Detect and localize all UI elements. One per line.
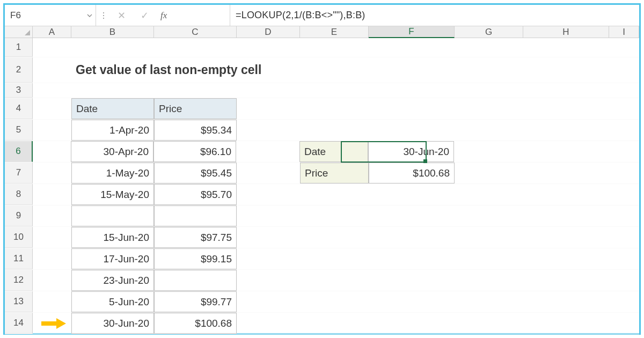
cell-A10[interactable] bbox=[33, 227, 71, 248]
col-header-I[interactable]: I bbox=[609, 26, 639, 38]
cell-G8[interactable] bbox=[455, 184, 523, 205]
cell-F9[interactable] bbox=[369, 205, 455, 226]
cell-H3[interactable] bbox=[523, 83, 609, 98]
cell-A11[interactable] bbox=[33, 248, 71, 269]
table-header-price[interactable]: Price bbox=[154, 98, 237, 119]
row-header-6[interactable]: 6 bbox=[5, 141, 33, 162]
check-icon[interactable]: ✓ bbox=[136, 10, 153, 21]
cell-D14[interactable] bbox=[237, 313, 300, 334]
cell-I7[interactable] bbox=[609, 163, 639, 183]
cell-I13[interactable] bbox=[609, 291, 639, 312]
cancel-icon[interactable]: ✕ bbox=[113, 10, 130, 21]
cell-E13[interactable] bbox=[300, 291, 369, 312]
cell-I5[interactable] bbox=[609, 120, 639, 141]
cell-A7[interactable] bbox=[33, 163, 71, 183]
cell-H5[interactable] bbox=[523, 120, 609, 141]
cell-H7[interactable] bbox=[523, 163, 609, 183]
cell-H11[interactable] bbox=[523, 248, 609, 269]
cell-B13[interactable]: 5-Jun-20 bbox=[71, 291, 154, 312]
cell-F10[interactable] bbox=[369, 227, 455, 248]
cell-I1[interactable] bbox=[609, 38, 639, 57]
row-header-8[interactable]: 8 bbox=[5, 184, 33, 205]
row-header-2[interactable]: 2 bbox=[5, 57, 33, 83]
cell-B6[interactable]: 30-Apr-20 bbox=[71, 141, 153, 162]
cell-D13[interactable] bbox=[237, 291, 300, 312]
cell-C7[interactable]: $95.45 bbox=[154, 163, 237, 183]
cell-A4[interactable] bbox=[33, 98, 71, 119]
cell-I4[interactable] bbox=[609, 98, 639, 119]
cell-G7[interactable] bbox=[455, 163, 523, 183]
cell-C12[interactable] bbox=[154, 270, 237, 291]
cell-H1[interactable] bbox=[523, 38, 609, 57]
cell-B8[interactable]: 15-May-20 bbox=[71, 184, 154, 205]
cell-G1[interactable] bbox=[455, 38, 523, 57]
cell-H14[interactable] bbox=[523, 313, 609, 334]
cell-C1[interactable] bbox=[154, 38, 237, 57]
cell-A8[interactable] bbox=[33, 184, 71, 205]
row-header-1[interactable]: 1 bbox=[5, 38, 33, 57]
cell-B3[interactable] bbox=[71, 83, 154, 98]
cell-I11[interactable] bbox=[609, 248, 639, 269]
cell-I12[interactable] bbox=[609, 270, 639, 291]
cell-E14[interactable] bbox=[300, 313, 369, 334]
cell-H4[interactable] bbox=[523, 98, 609, 119]
cell-B11[interactable]: 17-Jun-20 bbox=[71, 248, 154, 269]
cell-A1[interactable] bbox=[33, 38, 71, 57]
chevron-down-icon[interactable] bbox=[87, 10, 92, 21]
cell-C6[interactable]: $96.10 bbox=[153, 141, 236, 162]
cell-E5[interactable] bbox=[300, 120, 369, 141]
row-header-11[interactable]: 11 bbox=[5, 248, 33, 269]
cell-A2[interactable] bbox=[33, 57, 71, 83]
cell-B10[interactable]: 15-Jun-20 bbox=[71, 227, 154, 248]
cell-F8[interactable] bbox=[369, 184, 455, 205]
cell-I14[interactable] bbox=[609, 313, 639, 334]
row-header-7[interactable]: 7 bbox=[5, 163, 33, 183]
cell-E10[interactable] bbox=[300, 227, 369, 248]
cell-I8[interactable] bbox=[609, 184, 639, 205]
cell-C5[interactable]: $95.34 bbox=[154, 120, 237, 141]
col-header-D[interactable]: D bbox=[237, 26, 300, 38]
col-header-H[interactable]: H bbox=[523, 26, 609, 38]
cell-A5[interactable] bbox=[33, 120, 71, 141]
cell-C13[interactable]: $99.77 bbox=[154, 291, 237, 312]
cell-A3[interactable] bbox=[33, 83, 71, 98]
cell-G11[interactable] bbox=[455, 248, 523, 269]
cell-D6[interactable] bbox=[236, 141, 299, 162]
cell-D5[interactable] bbox=[237, 120, 300, 141]
cell-G3[interactable] bbox=[455, 83, 523, 98]
cell-D9[interactable] bbox=[237, 205, 300, 226]
cell-D1[interactable] bbox=[237, 38, 300, 57]
cell-E1[interactable] bbox=[300, 38, 369, 57]
cell-G14[interactable] bbox=[455, 313, 523, 334]
cell-B7[interactable]: 1-May-20 bbox=[71, 163, 154, 183]
col-header-C[interactable]: C bbox=[154, 26, 237, 38]
cell-H12[interactable] bbox=[523, 270, 609, 291]
cell-A6[interactable] bbox=[32, 141, 71, 162]
cell-C3[interactable] bbox=[154, 83, 237, 98]
cell-D4[interactable] bbox=[237, 98, 300, 119]
cell-E8[interactable] bbox=[300, 184, 369, 205]
formula-input[interactable]: =LOOKUP(2,1/(B:B<>""),B:B) bbox=[230, 5, 639, 26]
cell-F1[interactable] bbox=[369, 38, 455, 57]
cell-B9[interactable] bbox=[71, 205, 154, 226]
col-header-A[interactable]: A bbox=[33, 26, 71, 38]
row-header-12[interactable]: 12 bbox=[5, 270, 33, 291]
cell-B5[interactable]: 1-Apr-20 bbox=[71, 120, 154, 141]
cell-E3[interactable] bbox=[300, 83, 369, 98]
cell-F3[interactable] bbox=[369, 83, 455, 98]
cell-G13[interactable] bbox=[455, 291, 523, 312]
result-label-price[interactable]: Price bbox=[300, 163, 369, 183]
cell-H13[interactable] bbox=[523, 291, 609, 312]
result-value-price[interactable]: $100.68 bbox=[369, 163, 455, 183]
col-header-E[interactable]: E bbox=[300, 26, 369, 38]
cell-A13[interactable] bbox=[33, 291, 71, 312]
cell-B12[interactable]: 23-Jun-20 bbox=[71, 270, 154, 291]
cell-G9[interactable] bbox=[455, 205, 523, 226]
cell-G4[interactable] bbox=[455, 98, 523, 119]
cell-H9[interactable] bbox=[523, 205, 609, 226]
cell-E12[interactable] bbox=[300, 270, 369, 291]
cell-I10[interactable] bbox=[609, 227, 639, 248]
cell-E9[interactable] bbox=[300, 205, 369, 226]
cell-F13[interactable] bbox=[369, 291, 455, 312]
cell-D10[interactable] bbox=[237, 227, 300, 248]
